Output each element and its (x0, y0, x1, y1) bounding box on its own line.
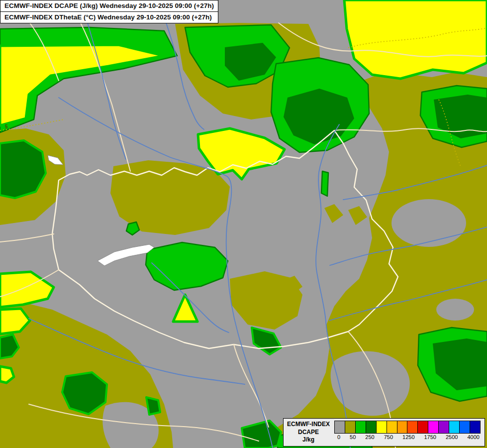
legend-ticks: 0502507501250175025004000 (334, 434, 481, 441)
dcape-map-canvas: 5 (0, 0, 487, 448)
contour-value-label: 5 (5, 124, 8, 129)
legend-cell (470, 421, 481, 434)
legend-cell (345, 421, 356, 434)
legend-cell (355, 421, 366, 434)
legend-tick: 750 (384, 434, 393, 440)
legend-cell (366, 421, 377, 434)
legend-cell (407, 421, 418, 434)
legend-tick: 50 (350, 434, 356, 440)
legend-cell (438, 421, 449, 434)
legend-colorbar (334, 421, 481, 434)
legend-tick: 2500 (446, 434, 458, 440)
weather-map-page: 5 ECMWF-INDEX DCAPE (J/kg) Wednesday 29-… (0, 0, 487, 448)
legend-tick: 0 (337, 434, 340, 440)
legend-unit-label: J/kg (302, 436, 314, 444)
map-title-box: ECMWF-INDEX DCAPE (J/kg) Wednesday 29-10… (0, 0, 218, 23)
legend-cell (397, 421, 408, 434)
legend-tick: 1750 (424, 434, 436, 440)
legend-cell (387, 421, 397, 434)
legend-text-block: ECMWF-INDEX DCAPE J/kg (284, 419, 333, 446)
legend-cell (417, 421, 428, 434)
legend-box: ECMWF-INDEX DCAPE J/kg 05025075012501750… (283, 418, 485, 447)
legend-bar-area: 0502507501250175025004000 (333, 419, 485, 446)
title-line-dthetae: ECMWF-INDEX DThetaE (°C) Wednesday 29-10… (0, 11, 218, 23)
legend-tick: 250 (365, 434, 374, 440)
legend-cell (449, 421, 460, 434)
legend-cell (428, 421, 439, 434)
legend-parameter-label: DCAPE (298, 429, 319, 437)
legend-tick: 4000 (467, 434, 479, 440)
legend-model-label: ECMWF-INDEX (287, 421, 330, 429)
title-line-dcape: ECMWF-INDEX DCAPE (J/kg) Wednesday 29-10… (0, 0, 218, 11)
legend-tick: 1250 (402, 434, 414, 440)
legend-cell (376, 421, 387, 434)
legend-cell (334, 421, 345, 434)
legend-cell (459, 421, 470, 434)
